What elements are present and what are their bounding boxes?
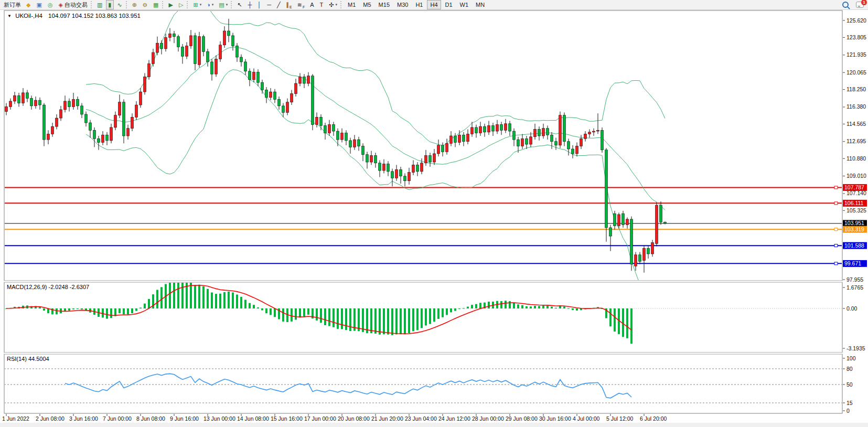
macd-label: MACD(12,26,9) -2.0248 -2.6307 <box>7 284 89 290</box>
bear-candle <box>454 136 457 142</box>
indicators-button[interactable]: ▤▾ <box>217 0 230 9</box>
level-handle-99.671[interactable] <box>834 262 838 265</box>
macd-histogram-bar <box>81 308 83 309</box>
macd-histogram-bar <box>555 308 557 308</box>
equidistant-channel-button[interactable]: ∥E <box>284 0 294 9</box>
bear-candle <box>429 155 432 162</box>
bull-candle <box>35 100 37 106</box>
macd-tick-label: 1.6765 <box>846 284 863 291</box>
terminal-icon[interactable]: ▣ <box>34 0 44 9</box>
candlestick-button[interactable]: ▮ <box>106 0 114 9</box>
horizontal-line-button[interactable]: ─ <box>265 0 274 9</box>
timeframe-m30-button[interactable]: M30 <box>394 0 411 9</box>
bear-candle <box>664 222 667 223</box>
macd-histogram-bar <box>223 292 226 308</box>
zoom-out-button[interactable]: ⊖ <box>141 0 150 9</box>
bear-candle <box>391 172 394 178</box>
level-handle-106.111[interactable] <box>834 202 838 205</box>
pane-splitter[interactable] <box>4 353 842 354</box>
level-handle-103.319[interactable] <box>834 228 838 231</box>
search-icon[interactable] <box>842 2 849 8</box>
trendline-button[interactable]: ╱ <box>275 0 283 9</box>
tile-windows-button[interactable]: ▦ <box>151 0 161 9</box>
bear-candle <box>194 36 197 64</box>
macd-histogram-bar <box>77 308 79 309</box>
macd-histogram-bar <box>282 308 284 322</box>
cursor-icon: ↖ <box>237 2 242 8</box>
rsi-pane[interactable] <box>4 354 842 413</box>
bear-candle <box>320 117 323 125</box>
chart-shift-button[interactable]: ▷ <box>177 0 186 9</box>
timeframe-mn-button[interactable]: MN <box>473 0 488 9</box>
bear-candle <box>513 131 516 140</box>
timeframe-d1-button[interactable]: D1 <box>442 0 456 9</box>
fibonacci-button[interactable]: ≋F <box>295 0 307 9</box>
signals-icon[interactable]: ◎ <box>46 0 56 9</box>
macd-histogram-bar <box>463 308 465 308</box>
bear-candle <box>492 125 495 131</box>
bear-candle <box>303 77 306 83</box>
level-handle-101.588[interactable] <box>834 244 838 247</box>
timeframe-m5-button[interactable]: M5 <box>360 0 374 9</box>
crosshair-button[interactable]: ┼ <box>245 0 254 9</box>
timeframe-w1-button[interactable]: W1 <box>457 0 472 9</box>
bull-candle <box>156 43 159 52</box>
notifications-icon[interactable]: 1 <box>856 2 864 8</box>
bull-candle <box>408 173 411 181</box>
text-label-button[interactable]: T <box>318 0 326 9</box>
timeframe-h1-button[interactable]: H1 <box>412 0 426 9</box>
macd-histogram-bar <box>437 308 440 319</box>
collapse-ohlc-button[interactable]: ▼ <box>7 14 12 18</box>
new-chart-button[interactable]: ⊞▾ <box>191 0 203 9</box>
chart-canvas[interactable]: 125.620123.805121.935120.065118.250116.3… <box>0 0 868 427</box>
bear-candle <box>484 126 486 132</box>
arrows-button[interactable]: ✣▾ <box>327 0 339 9</box>
auto-scroll-button[interactable]: ▶ <box>166 0 175 9</box>
vertical-line-button[interactable]: │ <box>255 0 264 9</box>
macd-histogram-bar <box>68 308 70 311</box>
bull-candle <box>140 92 142 105</box>
bull-candle <box>635 255 637 266</box>
bull-candle <box>597 130 599 131</box>
macd-histogram-bar <box>240 297 242 308</box>
macd-histogram-bar <box>433 308 435 322</box>
bull-candle <box>395 169 398 178</box>
macd-histogram-bar <box>471 305 473 308</box>
bear-candle <box>475 127 478 133</box>
macd-pane[interactable] <box>4 282 842 353</box>
macd-histogram-bar <box>219 294 221 308</box>
bar-chart-button[interactable]: ▥ <box>95 0 105 9</box>
timeframe-m15-button[interactable]: M15 <box>376 0 393 9</box>
time-tick-label: 2 Jun 08:00 <box>36 415 65 422</box>
bear-candle <box>463 135 465 141</box>
text-button[interactable]: A <box>308 0 316 9</box>
bull-candle <box>588 132 591 134</box>
timeframe-m1-button[interactable]: M1 <box>345 0 359 9</box>
cursor-button[interactable]: ↖ <box>235 0 244 9</box>
chart-panes[interactable] <box>4 10 842 413</box>
macd-histogram-bar <box>194 285 196 308</box>
macd-histogram-bar <box>505 301 507 308</box>
autotrading-button[interactable]: ◈自动交易 <box>56 0 89 9</box>
macd-histogram-bar <box>106 308 108 319</box>
line-chart-button[interactable]: ∿ <box>115 0 124 9</box>
new-order-button[interactable]: 新订单 <box>1 0 23 9</box>
level-handle-107.787[interactable] <box>834 186 838 189</box>
macd-histogram-bar <box>479 303 481 308</box>
bear-candle <box>106 135 109 141</box>
main-chart-pane[interactable] <box>4 10 842 281</box>
bull-candle <box>316 117 318 124</box>
zoom-in-button[interactable]: ⊕ <box>130 0 140 9</box>
bear-candle <box>257 72 260 83</box>
bear-candle <box>98 138 100 142</box>
bull-candle <box>295 83 297 94</box>
bear-candle <box>261 82 264 90</box>
price-label-text: 103.319 <box>844 226 864 232</box>
macd-histogram-bar <box>177 281 179 308</box>
tile-windows-icon: ▦ <box>153 2 158 8</box>
time-tick-label: 7 Jun 00:00 <box>103 415 132 422</box>
profiles-clock-button[interactable]: ◑▾ <box>205 0 216 9</box>
timeframe-h4-button[interactable]: H4 <box>427 0 441 9</box>
chart-gem-icon[interactable]: ◆ <box>24 0 33 9</box>
pane-splitter[interactable] <box>4 281 842 282</box>
